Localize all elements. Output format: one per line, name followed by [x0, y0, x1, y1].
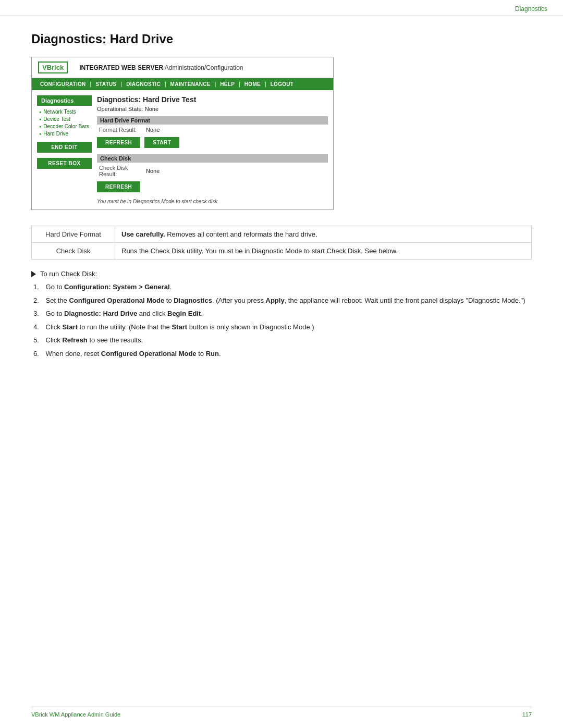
step-num-1: 1.: [33, 282, 44, 292]
format-result-label: Format Result:: [99, 127, 146, 133]
triangle-icon: [31, 271, 36, 277]
sidebar: Diagnostics Network Tests Device Test De…: [37, 95, 92, 204]
nav-diagnostic[interactable]: DIAGNOSTIC: [123, 80, 164, 88]
page-header: Diagnostics: [0, 0, 563, 16]
nav-home[interactable]: HOME: [241, 80, 264, 88]
nav-bar: CONFIGURATION | STATUS | DIAGNOSTIC | MA…: [32, 78, 333, 90]
browser-inner: Diagnostics Network Tests Device Test De…: [32, 90, 333, 209]
step-num-2: 2.: [33, 295, 44, 306]
format-result-row: Format Result: None: [97, 127, 328, 133]
end-edit-button[interactable]: END EDIT: [37, 142, 92, 153]
step4-bold2: Start: [172, 323, 187, 331]
step-num-6: 6.: [33, 349, 44, 359]
list-item: 6. When done, reset Configured Operation…: [31, 349, 532, 359]
list-item: 5. Click Refresh to see the results.: [31, 335, 532, 346]
nav-sep-1: |: [89, 81, 93, 87]
step3-bold1: Diagnostic: Hard Drive: [64, 310, 137, 317]
check-disk-result-label: Check Disk Result:: [99, 165, 146, 177]
sidebar-item-decoder-color-bars[interactable]: Decoder Color Bars: [39, 124, 92, 129]
page-title: Diagnostics: Hard Drive: [31, 32, 532, 46]
check-disk-section-header: Check Disk: [97, 154, 328, 163]
start-button[interactable]: START: [144, 137, 179, 148]
main-content: Diagnostics: Hard Drive VBrick INTEGRATE…: [0, 16, 563, 400]
step3-bold2: Begin Edit: [167, 310, 201, 317]
table-cell-label-2: Check Disk: [32, 243, 115, 260]
step4-bold1: Start: [62, 323, 78, 331]
footer-left: VBrick WM Appliance Admin Guide: [31, 711, 120, 718]
step2-bold1: Configured Operational Mode: [69, 297, 164, 304]
footer-right: 117: [522, 711, 532, 718]
iws-label: INTEGRATED WEB SERVER: [79, 64, 163, 71]
hard-drive-refresh-button[interactable]: REFRESH: [97, 137, 140, 148]
nav-status[interactable]: STATUS: [92, 80, 119, 88]
hard-drive-section-header: Hard Drive Format: [97, 116, 328, 125]
nav-sep-2: |: [120, 81, 124, 87]
nav-sep-5: |: [238, 81, 241, 87]
topbar-subtitle: Administration/Configuration: [165, 64, 243, 71]
step2-bold3: Apply: [266, 297, 285, 304]
page-footer: VBrick WM Appliance Admin Guide 117: [31, 707, 532, 718]
check-disk-result-value: None: [146, 168, 160, 174]
info-table: Hard Drive Format Use carefully. Removes…: [31, 226, 532, 260]
check-disk-result-row: Check Disk Result: None: [97, 165, 328, 177]
step-num-5: 5.: [33, 335, 44, 346]
op-state-label: Operational State:: [97, 106, 143, 112]
browser-topbar: VBrick INTEGRATED WEB SERVER Administrat…: [32, 57, 333, 78]
sidebar-item-hard-drive[interactable]: Hard Drive: [39, 131, 92, 137]
table-cell-desc-1: Use carefully. Removes all content and r…: [115, 226, 532, 243]
format-result-value: None: [146, 127, 160, 133]
instruction-header-text: To run Check Disk:: [40, 270, 97, 278]
step5-bold: Refresh: [62, 336, 87, 344]
table-cell-desc-2: Runs the Check Disk utility. You must be…: [115, 243, 532, 260]
nav-sep-6: |: [264, 81, 267, 87]
nav-sep-3: |: [164, 81, 167, 87]
use-carefully-bold: Use carefully.: [121, 230, 165, 238]
table-row: Check Disk Runs the Check Disk utility. …: [32, 243, 532, 260]
hard-drive-btn-row: REFRESH START: [97, 137, 328, 148]
list-item: 1. Go to Configuration: System > General…: [31, 282, 532, 292]
instruction-list: 1. Go to Configuration: System > General…: [31, 282, 532, 359]
header-section: Diagnostics: [515, 5, 547, 13]
step-num-4: 4.: [33, 322, 44, 332]
check-disk-refresh-button[interactable]: REFRESH: [97, 181, 140, 192]
step6-bold1: Configured Operational Mode: [101, 350, 197, 357]
list-item: 4. Click Start to run the utility. (Note…: [31, 322, 532, 332]
browser-topbar-title: INTEGRATED WEB SERVER Administration/Con…: [79, 64, 243, 71]
step6-bold2: Run: [206, 350, 219, 357]
op-state: Operational State: None: [97, 106, 328, 112]
table-row: Hard Drive Format Use carefully. Removes…: [32, 226, 532, 243]
op-state-value: None: [145, 106, 158, 112]
vbrick-logo-text: VBrick: [38, 61, 68, 73]
step1-bold: Configuration: System > General: [64, 283, 170, 291]
table-cell-label-1: Hard Drive Format: [32, 226, 115, 243]
main-panel: Diagnostics: Hard Drive Test Operational…: [97, 95, 328, 204]
sidebar-heading: Diagnostics: [37, 95, 92, 106]
reset-box-button[interactable]: RESET BOX: [37, 158, 92, 169]
step-num-3: 3.: [33, 309, 44, 319]
nav-maintenance[interactable]: MAINTENANCE: [167, 80, 214, 88]
step2-bold2: Diagnostics: [174, 297, 212, 304]
vbrick-logo: VBrick: [38, 61, 71, 73]
list-item: 2. Set the Configured Operational Mode t…: [31, 295, 532, 306]
nav-configuration[interactable]: CONFIGURATION: [37, 80, 89, 88]
panel-title: Diagnostics: Hard Drive Test: [97, 95, 328, 104]
list-item: 3. Go to Diagnostic: Hard Drive and clic…: [31, 309, 532, 319]
sidebar-item-network-tests[interactable]: Network Tests: [39, 109, 92, 115]
instruction-header: To run Check Disk:: [31, 270, 532, 278]
nav-help[interactable]: HELP: [217, 80, 238, 88]
nav-sep-4: |: [214, 81, 217, 87]
browser-frame: VBrick INTEGRATED WEB SERVER Administrat…: [31, 57, 334, 210]
check-disk-note: You must be in Diagnostics Mode to start…: [97, 199, 328, 204]
instructions: To run Check Disk: 1. Go to Configuratio…: [31, 270, 532, 359]
nav-logout[interactable]: LOGOUT: [267, 80, 297, 88]
check-disk-btn-row: REFRESH: [97, 181, 328, 192]
sidebar-item-device-test[interactable]: Device Test: [39, 116, 92, 122]
